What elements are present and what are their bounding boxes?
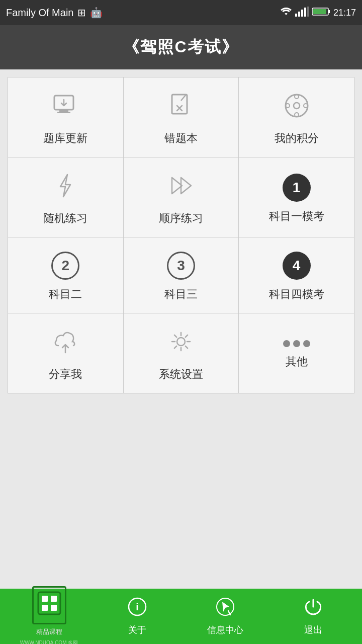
svg-rect-9 xyxy=(59,110,68,112)
my-score-label: 我的积分 xyxy=(275,131,319,146)
svg-rect-20 xyxy=(42,596,48,602)
wrong-notebook-cell[interactable]: 错题本 xyxy=(124,77,239,157)
wrong-notebook-label: 错题本 xyxy=(164,131,198,146)
subject3-label: 科目三 xyxy=(164,287,198,302)
nav-info-center[interactable]: 信息中心 xyxy=(195,597,255,636)
svg-point-18 xyxy=(177,338,185,346)
document-cross-icon xyxy=(167,92,195,124)
cloud-upload-icon xyxy=(51,328,79,360)
sequence-practice-cell[interactable]: 顺序练习 xyxy=(124,157,239,237)
svg-rect-4 xyxy=(307,7,309,17)
subject2-cell[interactable]: 2 科目二 xyxy=(8,237,124,313)
power-icon xyxy=(303,597,323,621)
subject3-cell[interactable]: 3 科目三 xyxy=(124,237,239,313)
watermark: WWW.NDUOA.COM 多网 xyxy=(20,639,78,644)
svg-rect-7 xyxy=(313,9,326,14)
subject4-mock-label: 科目四模考 xyxy=(269,287,324,302)
monitor-download-icon xyxy=(51,92,79,124)
svg-rect-11 xyxy=(172,95,187,114)
my-score-cell[interactable]: 我的积分 xyxy=(239,77,354,157)
gear-icon xyxy=(167,328,195,360)
other-cell[interactable]: 其他 xyxy=(239,313,354,393)
share-label: 分享我 xyxy=(49,367,82,382)
wifi-icon xyxy=(280,7,292,19)
svg-rect-3 xyxy=(304,8,306,17)
subject4-mock-cell[interactable]: 4 科目四模考 xyxy=(239,237,354,313)
svg-point-13 xyxy=(294,103,300,109)
svg-rect-19 xyxy=(38,592,60,614)
badge-2-outline-icon: 2 xyxy=(51,252,79,280)
svg-rect-2 xyxy=(301,10,303,17)
main-content: 题库更新 错题本 xyxy=(0,69,362,589)
settings-label: 系统设置 xyxy=(159,367,203,382)
random-practice-cell[interactable]: 随机练习 xyxy=(8,157,124,237)
svg-rect-22 xyxy=(42,605,48,611)
badge-3-outline-icon: 3 xyxy=(167,252,195,280)
battery-icon xyxy=(312,7,330,19)
bottom-nav: 精品课程 WWW.NDUOA.COM 多网 i 关于 信息中心 xyxy=(0,589,362,644)
badge-4-filled-icon: 4 xyxy=(283,252,311,280)
nav-about[interactable]: i 关于 xyxy=(107,597,167,636)
subject1-mock-label: 科目一模考 xyxy=(269,209,324,224)
question-update-cell[interactable]: 题库更新 xyxy=(8,77,124,157)
grid-icon: ⊞ xyxy=(77,7,86,19)
svg-rect-0 xyxy=(295,14,297,17)
grid-box-icon xyxy=(32,586,66,624)
svg-rect-10 xyxy=(57,112,70,113)
other-label: 其他 xyxy=(286,354,308,369)
menu-grid: 题库更新 错题本 xyxy=(8,77,354,393)
signal-icon xyxy=(295,7,309,19)
status-bar: Family Of Main ⊞ 🤖 xyxy=(0,0,362,25)
android-icon: 🤖 xyxy=(90,7,103,19)
status-right: 21:17 xyxy=(280,7,356,19)
exit-label: 退出 xyxy=(304,624,322,636)
info-circle-icon: i xyxy=(127,597,147,621)
app-name: Family Of Main xyxy=(6,7,73,19)
film-reel-icon xyxy=(283,92,311,124)
time: 21:17 xyxy=(333,8,356,18)
share-cell[interactable]: 分享我 xyxy=(8,313,124,393)
lightning-icon xyxy=(51,172,79,204)
three-dots-icon xyxy=(283,340,310,347)
home-label: 精品课程 xyxy=(36,627,62,636)
cursor-arrow-icon xyxy=(215,597,235,621)
info-center-label: 信息中心 xyxy=(207,624,243,636)
question-update-label: 题库更新 xyxy=(43,131,87,146)
svg-rect-6 xyxy=(328,10,330,13)
sequence-practice-label: 顺序练习 xyxy=(159,211,203,226)
svg-rect-23 xyxy=(51,605,57,611)
title-bar: 《驾照C考试》 xyxy=(0,25,362,69)
badge-1-filled-icon: 1 xyxy=(283,174,311,202)
settings-cell[interactable]: 系统设置 xyxy=(124,313,239,393)
page-title: 《驾照C考试》 xyxy=(123,38,238,56)
status-left: Family Of Main ⊞ 🤖 xyxy=(6,7,103,19)
svg-text:i: i xyxy=(136,601,139,612)
svg-point-12 xyxy=(286,95,308,117)
nav-exit[interactable]: 退出 xyxy=(283,597,343,636)
skip-forward-icon xyxy=(167,172,195,204)
random-practice-label: 随机练习 xyxy=(43,211,87,226)
svg-rect-21 xyxy=(51,596,57,602)
nav-home[interactable]: 精品课程 WWW.NDUOA.COM 多网 xyxy=(19,586,79,644)
about-label: 关于 xyxy=(128,624,146,636)
subject2-label: 科目二 xyxy=(49,287,82,302)
subject1-mock-cell[interactable]: 1 科目一模考 xyxy=(239,157,354,237)
svg-rect-1 xyxy=(298,12,300,17)
